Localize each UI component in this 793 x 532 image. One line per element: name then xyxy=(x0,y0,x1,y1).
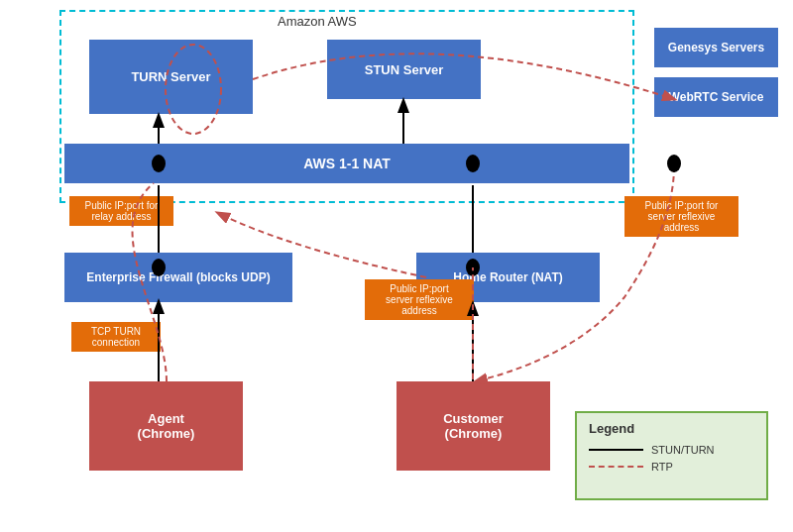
agent-box: Agent(Chrome) xyxy=(89,381,243,471)
customer-box: Customer(Chrome) xyxy=(396,381,550,471)
server-reflexive-mid-label: Public IP:portserver reflexiveaddress xyxy=(365,279,474,320)
svg-point-11 xyxy=(667,155,681,172)
stun-server-box: STUN Server xyxy=(327,40,481,99)
webrtc-service-box: WebRTC Service xyxy=(654,77,778,117)
diagram-container: Amazon AWS TURN Server STUN Server AWS 1… xyxy=(0,0,793,532)
server-reflexive-right-label: Public IP:port forserver reflexiveaddres… xyxy=(624,196,738,237)
rtp-label: RTP xyxy=(651,461,673,473)
aws-nat-box: AWS 1-1 NAT xyxy=(64,144,629,183)
legend-rtp-item: RTP xyxy=(589,461,754,473)
legend-box: Legend STUN/TURN RTP xyxy=(575,411,768,500)
relay-address-label: Public IP:port forrelay address xyxy=(69,196,173,226)
aws-label: Amazon AWS xyxy=(278,14,357,29)
legend-stun-item: STUN/TURN xyxy=(589,444,754,456)
rtp-line-icon xyxy=(589,466,643,468)
genesys-servers-box: Genesys Servers xyxy=(654,28,778,67)
enterprise-fw-box: Enterprise Firewall (blocks UDP) xyxy=(64,253,292,302)
stun-turn-label: STUN/TURN xyxy=(651,444,715,456)
legend-title: Legend xyxy=(589,421,754,436)
tcp-turn-label: TCP TURNconnection xyxy=(71,322,161,352)
stun-line-icon xyxy=(589,449,643,451)
turn-server-box: TURN Server xyxy=(89,40,253,114)
